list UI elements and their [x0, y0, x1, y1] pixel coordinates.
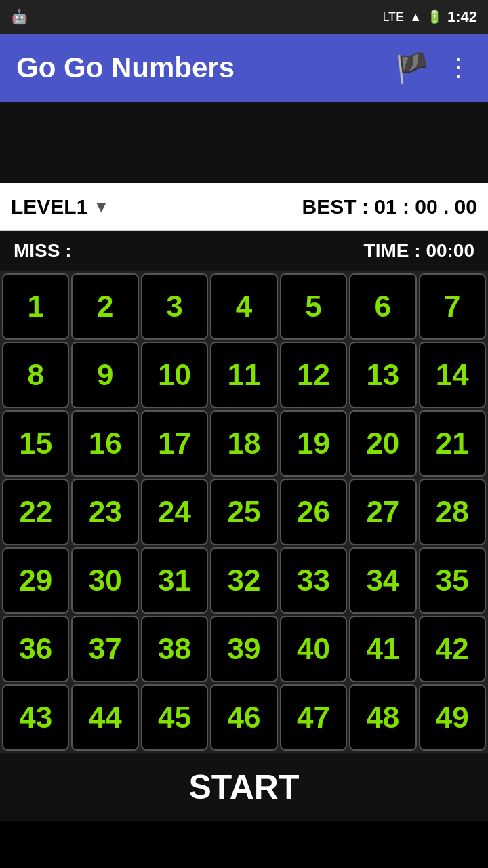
battery-icon: 🔋	[427, 9, 442, 24]
level-dropdown-arrow[interactable]: ▼	[93, 197, 109, 216]
number-cell-5[interactable]: 5	[280, 273, 347, 340]
number-cell-1[interactable]: 1	[2, 273, 69, 340]
lte-icon: LTE	[382, 10, 404, 24]
miss-time-row: MISS : TIME : 00:00	[0, 231, 488, 271]
level-selector[interactable]: LEVEL1 ▼	[11, 195, 302, 218]
status-bar: 🤖 LTE ▲ 🔋 1:42	[0, 0, 488, 34]
number-cell-18[interactable]: 18	[210, 410, 277, 477]
number-cell-20[interactable]: 20	[349, 410, 416, 477]
number-cell-35[interactable]: 35	[419, 547, 486, 614]
number-cell-23[interactable]: 23	[71, 479, 138, 545]
app-title: Go Go Numbers	[16, 52, 394, 84]
number-cell-16[interactable]: 16	[71, 410, 138, 477]
signal-icon: ▲	[409, 10, 422, 24]
number-cell-24[interactable]: 24	[141, 479, 208, 545]
number-cell-31[interactable]: 31	[141, 547, 208, 614]
number-cell-46[interactable]: 46	[210, 684, 277, 751]
number-cell-4[interactable]: 4	[210, 273, 277, 340]
number-cell-8[interactable]: 8	[2, 342, 69, 408]
number-cell-49[interactable]: 49	[419, 684, 486, 751]
number-cell-17[interactable]: 17	[141, 410, 208, 477]
number-cell-37[interactable]: 37	[71, 616, 138, 682]
number-cell-45[interactable]: 45	[141, 684, 208, 751]
number-cell-7[interactable]: 7	[419, 273, 486, 340]
flag-button[interactable]: 🏴	[394, 52, 430, 85]
number-cell-15[interactable]: 15	[2, 410, 69, 477]
number-cell-19[interactable]: 19	[280, 410, 347, 477]
number-cell-13[interactable]: 13	[349, 342, 416, 408]
level-row: LEVEL1 ▼ BEST : 01 : 00 . 00	[0, 183, 488, 231]
number-cell-36[interactable]: 36	[2, 616, 69, 682]
number-cell-14[interactable]: 14	[419, 342, 486, 408]
number-cell-42[interactable]: 42	[419, 616, 486, 682]
number-cell-10[interactable]: 10	[141, 342, 208, 408]
number-cell-9[interactable]: 9	[71, 342, 138, 408]
level-label: LEVEL1	[11, 195, 87, 218]
status-time: 1:42	[447, 8, 477, 26]
number-cell-28[interactable]: 28	[419, 479, 486, 545]
number-cell-12[interactable]: 12	[280, 342, 347, 408]
number-cell-41[interactable]: 41	[349, 616, 416, 682]
start-button[interactable]: START	[0, 753, 488, 821]
number-cell-29[interactable]: 29	[2, 547, 69, 614]
number-cell-34[interactable]: 34	[349, 547, 416, 614]
number-cell-30[interactable]: 30	[71, 547, 138, 614]
number-cell-26[interactable]: 26	[280, 479, 347, 545]
number-cell-33[interactable]: 33	[280, 547, 347, 614]
number-cell-27[interactable]: 27	[349, 479, 416, 545]
ad-banner	[0, 102, 488, 183]
number-cell-44[interactable]: 44	[71, 684, 138, 751]
number-cell-21[interactable]: 21	[419, 410, 486, 477]
number-cell-47[interactable]: 47	[280, 684, 347, 751]
menu-button[interactable]: ⋮	[446, 54, 472, 82]
time-display: TIME : 00:00	[364, 240, 474, 262]
number-cell-2[interactable]: 2	[71, 273, 138, 340]
number-cell-3[interactable]: 3	[141, 273, 208, 340]
android-icon: 🤖	[11, 9, 28, 25]
app-bar: Go Go Numbers 🏴 ⋮	[0, 34, 488, 102]
number-cell-11[interactable]: 11	[210, 342, 277, 408]
number-cell-48[interactable]: 48	[349, 684, 416, 751]
number-cell-25[interactable]: 25	[210, 479, 277, 545]
number-cell-22[interactable]: 22	[2, 479, 69, 545]
miss-display: MISS :	[14, 240, 364, 262]
number-cell-39[interactable]: 39	[210, 616, 277, 682]
best-score: BEST : 01 : 00 . 00	[302, 195, 477, 218]
number-cell-32[interactable]: 32	[210, 547, 277, 614]
number-cell-38[interactable]: 38	[141, 616, 208, 682]
number-grid: 1234567891011121314151617181920212223242…	[0, 271, 488, 753]
number-cell-6[interactable]: 6	[349, 273, 416, 340]
number-cell-40[interactable]: 40	[280, 616, 347, 682]
number-cell-43[interactable]: 43	[2, 684, 69, 751]
